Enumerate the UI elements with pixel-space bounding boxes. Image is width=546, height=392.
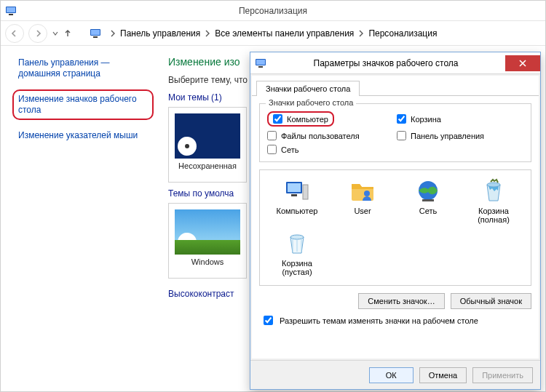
theme-tile-windows[interactable]: Windows xyxy=(175,209,240,266)
personalization-icon xyxy=(5,5,17,17)
icon-item-network[interactable]: Сеть xyxy=(395,177,461,225)
nav-up-button[interactable] xyxy=(63,29,72,38)
tab-desktop-icons[interactable]: Значки рабочего стола xyxy=(256,81,360,96)
close-icon xyxy=(518,59,527,68)
dialog-footer: ОК Отмена Применить xyxy=(250,360,540,389)
window-titlebar: Персонализация xyxy=(1,1,545,21)
icon-item-computer[interactable]: Компьютер xyxy=(264,177,330,225)
location-icon xyxy=(90,28,101,39)
checkbox-label: Корзина xyxy=(411,115,441,124)
network-globe-icon xyxy=(415,177,441,204)
theme-thumb xyxy=(175,209,240,255)
dialog-close-button[interactable] xyxy=(505,55,540,71)
group-legend: Значки рабочего стола xyxy=(266,98,356,107)
icon-preview-grid[interactable]: Компьютер User Сеть Корзина (полная) Кор… xyxy=(259,169,531,286)
checkbox-input[interactable] xyxy=(397,131,406,140)
recycle-empty-icon xyxy=(284,230,310,256)
checkbox-input[interactable] xyxy=(273,114,282,124)
theme-name: Windows xyxy=(175,257,240,266)
breadcrumb-item[interactable]: Все элементы панели управления xyxy=(215,28,354,39)
checkbox-input[interactable] xyxy=(267,145,277,154)
sidebar-mouse-pointers-link[interactable]: Изменение указателей мыши xyxy=(18,130,154,141)
color-fan-icon xyxy=(177,133,200,156)
dialog-title: Параметры значков рабочего стола xyxy=(266,58,505,68)
chevron-right-icon xyxy=(110,30,116,37)
color-fan-icon xyxy=(177,229,200,252)
arrow-left-icon xyxy=(10,29,19,38)
breadcrumb: Панель управления Все элементы панели уп… xyxy=(110,28,437,39)
dropdown-history-icon[interactable] xyxy=(52,30,59,37)
theme-name: Несохраненная xyxy=(175,161,240,170)
checkbox-input[interactable] xyxy=(264,316,273,325)
icon-label: Компьютер xyxy=(277,207,318,215)
desktop-icons-group: Значки рабочего стола Компьютер Корзина … xyxy=(259,103,531,162)
dialog-icon xyxy=(255,57,266,69)
change-icon-button[interactable]: Сменить значок… xyxy=(358,293,444,309)
icon-label: Сеть xyxy=(419,207,437,215)
icon-item-recycle-empty[interactable]: Корзина (пустая) xyxy=(264,230,330,278)
checkbox-input[interactable] xyxy=(267,131,277,140)
themes-panel: Несохраненная xyxy=(168,107,247,183)
address-bar: Панель управления Все элементы панели уп… xyxy=(1,21,545,46)
default-icon-button[interactable]: Обычный значок xyxy=(451,293,531,309)
recycle-full-icon xyxy=(480,177,507,204)
checkbox-network[interactable]: Сеть xyxy=(267,145,394,154)
ok-button[interactable]: ОК xyxy=(369,367,414,383)
cancel-button[interactable]: Отмена xyxy=(419,367,467,383)
dialog-titlebar: Параметры значков рабочего стола xyxy=(250,52,540,74)
checkbox-user-files[interactable]: Файлы пользователя xyxy=(267,131,394,140)
tab-strip: Значки рабочего стола xyxy=(252,76,539,96)
nav-forward-button[interactable] xyxy=(28,24,47,43)
icon-item-user[interactable]: User xyxy=(330,177,395,225)
checkbox-label: Разрешить темам изменять значки на рабоч… xyxy=(280,316,478,325)
checkbox-recycle-bin[interactable]: Корзина xyxy=(397,111,523,127)
sidebar-home-link[interactable]: Панель управления — домашняя страница xyxy=(18,57,154,79)
theme-tile-unsaved[interactable]: Несохраненная xyxy=(175,113,240,170)
icon-item-recycle-full[interactable]: Корзина (полная) xyxy=(461,177,526,225)
chevron-right-icon xyxy=(358,30,364,37)
icon-label: Корзина (пустая) xyxy=(282,259,312,276)
window-title: Персонализация xyxy=(239,6,307,16)
checkbox-computer[interactable]: Компьютер xyxy=(267,111,334,127)
user-folder-icon xyxy=(349,177,376,204)
arrow-right-icon xyxy=(33,29,42,38)
checkbox-control-panel[interactable]: Панель управления xyxy=(397,131,523,140)
sidebar: Панель управления — домашняя страница Из… xyxy=(1,46,167,391)
desktop-icon-settings-dialog: Параметры значков рабочего стола Значки … xyxy=(250,52,541,390)
allow-themes-checkbox[interactable]: Разрешить темам изменять значки на рабоч… xyxy=(252,313,539,333)
sidebar-desktop-icons-link[interactable]: Изменение значков рабочего стола xyxy=(12,89,154,120)
breadcrumb-item[interactable]: Персонализация xyxy=(368,28,437,39)
icon-label: User xyxy=(354,207,371,215)
nav-back-button[interactable] xyxy=(5,24,24,43)
theme-thumb xyxy=(175,113,240,159)
chevron-right-icon xyxy=(205,30,210,37)
themes-panel: Windows xyxy=(168,203,247,279)
breadcrumb-item[interactable]: Панель управления xyxy=(120,28,200,39)
checkbox-label: Компьютер xyxy=(287,115,328,124)
checkbox-label: Файлы пользователя xyxy=(281,132,360,140)
checkbox-label: Сеть xyxy=(281,145,298,154)
icon-label: Корзина (полная) xyxy=(478,207,510,224)
checkbox-label: Панель управления xyxy=(411,132,484,140)
computer-icon xyxy=(284,177,310,204)
checkbox-input[interactable] xyxy=(397,114,406,124)
apply-button[interactable]: Применить xyxy=(472,367,533,383)
